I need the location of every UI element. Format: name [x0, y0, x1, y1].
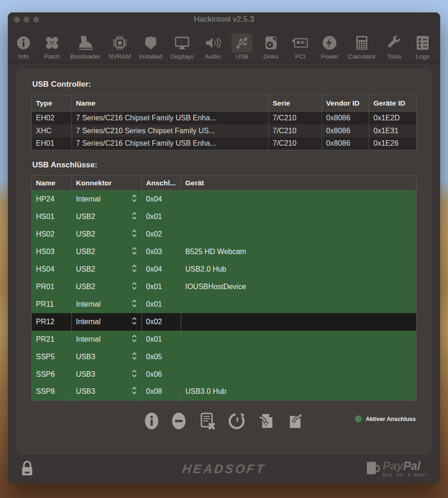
toolbar-item-nvram[interactable]: NVRAM	[108, 33, 131, 60]
port-info-button[interactable]	[144, 412, 159, 430]
toolbar-item-usb[interactable]: USB	[231, 33, 253, 60]
cell-anschluss[interactable]: 0x03	[141, 243, 181, 261]
toolbar-item-installed[interactable]: Installed	[139, 33, 162, 60]
cell-serie[interactable]: 7/C210	[268, 125, 322, 137]
port-row[interactable]: PR01USB20x01IOUSBHostDevice	[32, 278, 417, 296]
toolbar-item-patch[interactable]: Patch	[42, 33, 62, 60]
controller-row[interactable]: XHC 7 Series/C210 Series Chipset Family …	[32, 125, 417, 137]
cell-port-name[interactable]: HS04	[32, 261, 72, 278]
konnektor-select[interactable]: USB2	[76, 229, 141, 240]
column-header-serie[interactable]: Serie	[268, 95, 322, 112]
konnektor-select[interactable]: Internal	[76, 194, 141, 205]
cell-geraet[interactable]	[181, 331, 416, 348]
cell-anschluss[interactable]: 0x04	[141, 261, 181, 278]
import-button[interactable]	[258, 412, 276, 430]
konnektor-select[interactable]: USB2	[76, 264, 141, 275]
toolbar-item-power[interactable]: Power	[319, 33, 340, 60]
port-row[interactable]: HS02USB20x02	[32, 225, 417, 243]
port-row[interactable]: PR11Internal0x01	[32, 296, 417, 313]
cell-konnektor[interactable]: Internal	[71, 313, 141, 331]
cell-konnektor[interactable]: Internal	[71, 296, 141, 313]
toolbar-item-logs[interactable]: Logs	[413, 33, 433, 60]
port-row[interactable]: SSP6USB30x06	[32, 366, 417, 383]
cell-anschluss[interactable]: 0x02	[141, 225, 181, 243]
konnektor-select[interactable]: Internal	[76, 299, 141, 310]
cell-anschluss[interactable]: 0x01	[141, 331, 181, 348]
column-header-name[interactable]: Name	[71, 95, 268, 112]
cell-konnektor[interactable]: Internal	[71, 331, 141, 348]
cell-anschluss[interactable]: 0x04	[141, 190, 181, 208]
remove-port-button[interactable]	[171, 412, 187, 430]
cell-geraete[interactable]: 0x1E2D	[369, 112, 417, 125]
cell-geraet[interactable]: USB2.0 Hub	[181, 261, 416, 278]
cell-geraet[interactable]	[181, 190, 416, 208]
column-header-port-name[interactable]: Name	[32, 176, 72, 190]
cell-geraet[interactable]: USB3.0 Hub	[181, 383, 416, 401]
cell-konnektor[interactable]: USB2	[71, 261, 141, 278]
cell-konnektor[interactable]: USB2	[71, 243, 141, 261]
controller-row[interactable]: EH02 7 Series/C216 Chipset Family USB En…	[32, 112, 417, 125]
cell-port-name[interactable]: PR12	[32, 313, 72, 331]
cell-type[interactable]: XHC	[32, 125, 72, 137]
export-button[interactable]	[287, 412, 305, 430]
cell-geraet[interactable]	[181, 348, 416, 366]
cell-geraet[interactable]	[181, 296, 416, 313]
cell-type[interactable]: EH01	[32, 137, 72, 150]
cell-anschluss[interactable]: 0x06	[141, 366, 181, 383]
konnektor-select[interactable]: Internal	[76, 334, 141, 345]
toolbar-item-bootloader[interactable]: Bootloader	[70, 33, 100, 60]
cell-konnektor[interactable]: USB3	[71, 348, 141, 366]
cell-vendor[interactable]: 0x8086	[322, 112, 369, 125]
cell-konnektor[interactable]: USB3	[71, 383, 141, 401]
cell-anschluss[interactable]: 0x02	[141, 313, 181, 331]
konnektor-select[interactable]: USB2	[76, 211, 141, 222]
port-row[interactable]: SSP8USB30x08USB3.0 Hub	[32, 383, 417, 401]
cell-konnektor[interactable]: Internal	[71, 190, 141, 208]
cell-type[interactable]: EH02	[32, 112, 72, 125]
port-row[interactable]: HP24Internal0x04	[32, 190, 417, 208]
refresh-button[interactable]	[228, 412, 247, 430]
cell-port-name[interactable]: SSP5	[32, 348, 72, 366]
toolbar-item-info[interactable]: Info	[13, 33, 34, 60]
cell-name[interactable]: 7 Series/C216 Chipset Family USB Enha...	[71, 112, 268, 125]
cell-serie[interactable]: 7/C210	[268, 137, 322, 150]
port-row[interactable]: HS01USB20x01	[32, 208, 417, 225]
port-row[interactable]: PR21Internal0x01	[32, 331, 417, 348]
cell-name[interactable]: 7 Series/C210 Series Chipset Family US..…	[71, 125, 268, 137]
clear-list-button[interactable]	[198, 412, 217, 430]
cell-geraet[interactable]	[181, 208, 416, 225]
cell-konnektor[interactable]: USB3	[71, 366, 141, 383]
controller-row[interactable]: EH01 7 Series/C216 Chipset Family USB En…	[32, 137, 417, 150]
cell-konnektor[interactable]: USB2	[71, 208, 141, 225]
toolbar-item-disks[interactable]: Disks	[261, 33, 281, 60]
cell-port-name[interactable]: PR11	[32, 296, 72, 313]
cell-geraet[interactable]	[181, 313, 416, 331]
toolbar-item-tools[interactable]: Tools	[384, 33, 404, 60]
column-header-type[interactable]: Type	[32, 95, 72, 112]
cell-geraet[interactable]: IOUSBHostDevice	[181, 278, 416, 296]
port-row[interactable]: HS03USB20x03B525 HD Webcam	[32, 243, 417, 261]
cell-geraete[interactable]: 0x1E26	[369, 137, 417, 150]
port-row[interactable]: PR12Internal0x02	[32, 313, 417, 331]
cell-anschluss[interactable]: 0x08	[141, 383, 181, 401]
cell-vendor[interactable]: 0x8086	[322, 137, 369, 150]
port-row[interactable]: HS04USB20x04USB2.0 Hub	[32, 261, 417, 278]
cell-konnektor[interactable]: USB2	[71, 278, 141, 296]
cell-vendor[interactable]: 0x8086	[322, 125, 369, 137]
cell-geraet[interactable]: B525 HD Webcam	[181, 243, 416, 261]
cell-anschluss[interactable]: 0x01	[141, 278, 181, 296]
konnektor-select[interactable]: USB2	[76, 281, 141, 292]
konnektor-select[interactable]: USB3	[76, 386, 141, 397]
cell-port-name[interactable]: HS02	[32, 225, 72, 243]
column-header-geraet[interactable]: Gerät	[181, 176, 416, 190]
cell-port-name[interactable]: HP24	[32, 190, 72, 208]
konnektor-select[interactable]: USB3	[76, 351, 141, 362]
cell-port-name[interactable]: PR01	[32, 278, 72, 296]
column-header-vendor-id[interactable]: Vendor ID	[322, 95, 369, 112]
toolbar-item-calculator[interactable]: Calculator	[348, 33, 376, 60]
cell-anschluss[interactable]: 0x05	[141, 348, 181, 366]
konnektor-select[interactable]: USB3	[76, 369, 141, 380]
cell-port-name[interactable]: PR21	[32, 331, 72, 348]
cell-port-name[interactable]: SSP8	[32, 383, 72, 401]
cell-serie[interactable]: 7/C210	[268, 112, 322, 125]
